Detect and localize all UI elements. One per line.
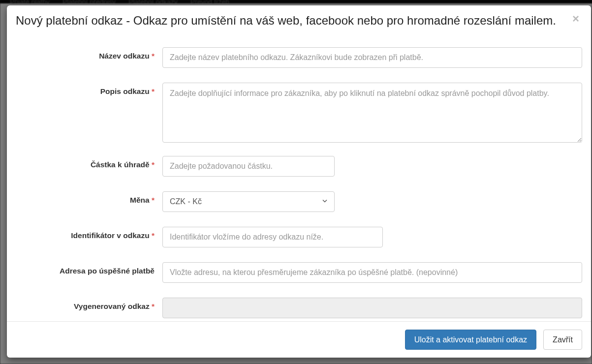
form-row-currency: Měna * CZK - Kč: [16, 191, 582, 212]
label-amount: Částka k úhradě *: [16, 156, 162, 169]
modal-body: Název odkazu * Popis odkazu * Částka k ú…: [7, 35, 591, 321]
name-input[interactable]: [162, 47, 582, 68]
modal-title: Nový platební odkaz - Odkaz pro umístění…: [16, 13, 582, 29]
close-button[interactable]: Zavřít: [543, 330, 582, 350]
label-currency: Měna *: [16, 191, 162, 205]
label-generated-link: Vygenerovaný odkaz *: [16, 298, 162, 311]
close-icon[interactable]: ×: [569, 12, 582, 25]
modal-new-payment-link: Nový platební odkaz - Odkaz pro umístění…: [7, 5, 591, 358]
label-identifier: Identifikátor v odkazu *: [16, 227, 162, 240]
form-row-generated-link: Vygenerovaný odkaz *: [16, 298, 582, 318]
currency-select[interactable]: CZK - Kč: [162, 191, 335, 212]
save-activate-button[interactable]: Uložit a aktivovat platební odkaz: [405, 330, 536, 350]
label-success-url: Adresa po úspěšné platbě: [16, 262, 162, 275]
generated-link-output: [162, 298, 582, 318]
success-url-input[interactable]: [162, 262, 582, 283]
form-row-name: Název odkazu *: [16, 47, 582, 68]
modal-header: Nový platební odkaz - Odkaz pro umístění…: [7, 5, 591, 35]
label-description: Popis odkazu *: [16, 83, 162, 96]
form-row-identifier: Identifikátor v odkazu *: [16, 227, 582, 247]
form-row-amount: Částka k úhradě *: [16, 156, 582, 177]
modal-footer: Uložit a aktivovat platební odkaz Zavřít: [7, 321, 591, 358]
form-row-success-url: Adresa po úspěšné platbě: [16, 262, 582, 283]
identifier-input[interactable]: [162, 227, 383, 247]
form-row-description: Popis odkazu *: [16, 83, 582, 144]
label-name: Název odkazu *: [16, 47, 162, 61]
amount-input[interactable]: [162, 156, 335, 177]
description-textarea[interactable]: [162, 83, 582, 143]
